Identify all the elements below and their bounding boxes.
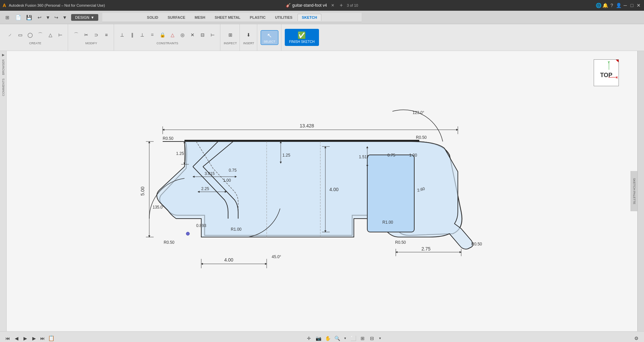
tab-sketch[interactable]: SKETCH <box>298 14 321 21</box>
doc-nav-count: 3 of 10 <box>347 3 358 7</box>
cursor-tool-button[interactable]: ✛ <box>305 335 313 342</box>
bell-icon[interactable]: 🔔 <box>602 3 608 8</box>
save-icon[interactable]: 💾 <box>24 13 34 22</box>
fillet-tool[interactable]: ⌒ <box>71 30 81 40</box>
create-label: CREATE <box>29 42 41 45</box>
browser-label[interactable]: BROWSER <box>1 58 6 76</box>
tab-plastic[interactable]: PLASTIC <box>246 14 270 21</box>
title-bar-center: 🎸 guitar-stand-foot v4 ✕ + 3 of 10 <box>286 2 358 8</box>
help-icon[interactable]: ? <box>609 3 614 8</box>
tab-sheetmetal[interactable]: SHEET METAL <box>210 14 245 21</box>
grid-dropdown[interactable]: ▼ <box>378 335 382 342</box>
svg-text:R0.50: R0.50 <box>416 135 427 140</box>
settings-button[interactable]: ⚙ <box>633 335 640 342</box>
circle-tool[interactable]: ◯ <box>25 30 35 40</box>
tab-surface[interactable]: SURFACE <box>163 14 190 21</box>
tab-solid[interactable]: SOLID <box>143 14 163 21</box>
grid-icon[interactable]: ⊞ <box>3 13 12 22</box>
insert-group: ⬇ INSERT <box>240 24 257 51</box>
tab-utilities[interactable]: UTILITIES <box>271 14 297 21</box>
playback-first-button[interactable]: ⏮ <box>4 335 11 342</box>
svg-text:R0.50: R0.50 <box>395 240 406 245</box>
comments-label[interactable]: COMMENTS <box>1 77 6 98</box>
svg-text:4.00: 4.00 <box>224 257 233 263</box>
top-view-label[interactable]: Y X TOP <box>594 59 619 86</box>
insert-tool[interactable]: ⬇ <box>244 30 253 40</box>
svg-text:0.893: 0.893 <box>196 223 206 228</box>
inspect-group: ⊞ INSPECT <box>221 24 240 51</box>
grid-button[interactable]: ⊟ <box>368 335 376 342</box>
finish-sketch-button[interactable]: ✅ FINISH SKETCH <box>285 29 319 46</box>
offset-tool[interactable]: ⊃ <box>92 30 101 40</box>
tab-mesh[interactable]: MESH <box>190 14 210 21</box>
display-button[interactable]: ⊞ <box>359 335 366 342</box>
bottom-left: ⏮ ◀ ▶ ◀ ⏭ 📋 <box>4 335 55 342</box>
timeline-icon[interactable]: 📋 <box>48 335 55 342</box>
canvas-area[interactable]: 13.428 5.00 4.00 R0.50 R0.50 R0.50 R0.50… <box>7 51 637 331</box>
view-button[interactable]: ⬜ <box>350 335 357 342</box>
svg-point-52 <box>186 232 190 235</box>
undo-icon[interactable]: ↩ <box>35 13 44 22</box>
finish-sketch-label: FINISH SKETCH <box>289 40 315 44</box>
svg-text:3.015: 3.015 <box>205 171 215 176</box>
horizontal-constraint[interactable]: ⊟ <box>198 30 207 40</box>
constraints-group: ⊥ ∥ ⊥ = 🔒 △ ◎ ✕ ⊟ ⊢ CONSTRAINTS <box>115 24 220 51</box>
modify-group: ⌒ ✂ ⊃ ≡ MODIFY <box>69 24 114 51</box>
zoom-button[interactable]: 🔍 <box>333 335 341 342</box>
sidebar-expand-arrow[interactable]: ▶ <box>1 52 5 57</box>
svg-text:135.0°: 135.0° <box>153 205 164 210</box>
doc-close-icon[interactable]: ✕ <box>331 3 334 8</box>
modify-label: MODIFY <box>86 42 97 45</box>
playback-next-button[interactable]: ◀ <box>30 335 38 342</box>
create-group: ⟋ ▭ ◯ ⌒ △ ⊢ CREATE <box>3 24 68 51</box>
user-icon[interactable]: 👤 <box>616 3 621 8</box>
camera-button[interactable]: 📷 <box>315 335 322 342</box>
finish-sketch-check-icon: ✅ <box>298 31 306 39</box>
undo-dropdown-icon[interactable]: ▼ <box>46 13 50 22</box>
angle-constraint[interactable]: △ <box>168 30 177 40</box>
rect-tool[interactable]: ▭ <box>15 30 25 40</box>
playback-last-button[interactable]: ⏭ <box>39 335 46 342</box>
vertical-constraint[interactable]: ⊢ <box>208 30 217 40</box>
playback-play-button[interactable]: ▶ <box>21 335 29 342</box>
coincident-constraint[interactable]: ⊥ <box>117 30 127 40</box>
mirror-tool[interactable]: ≡ <box>102 30 111 40</box>
equal-constraint[interactable]: = <box>148 30 157 40</box>
insert-label: INSERT <box>243 42 254 45</box>
inspect-tool[interactable]: ⊞ <box>226 30 235 40</box>
playback-prev-button[interactable]: ◀ <box>13 335 20 342</box>
trim-tool[interactable]: ✂ <box>82 30 91 40</box>
app-icon: A <box>3 3 6 8</box>
svg-text:1.517: 1.517 <box>359 155 369 159</box>
sketch-palette-toggle[interactable]: SKETCH PALETTE <box>633 178 636 204</box>
pan-button[interactable]: ✋ <box>324 335 331 342</box>
perpendicular-constraint[interactable]: ⊥ <box>138 30 147 40</box>
tangent-constraint[interactable]: ✕ <box>188 30 197 40</box>
zoom-dropdown[interactable]: ▼ <box>343 335 347 342</box>
concentric-constraint[interactable]: ◎ <box>178 30 187 40</box>
maximize-button[interactable]: □ <box>629 3 635 8</box>
globe-icon[interactable]: 🌐 <box>596 3 601 8</box>
svg-text:4.00: 4.00 <box>329 187 338 192</box>
constraints-label: CONSTRAINTS <box>157 42 178 45</box>
triangle-tool[interactable]: △ <box>46 30 55 40</box>
design-button[interactable]: DESIGN ▼ <box>71 14 98 21</box>
svg-text:5.00: 5.00 <box>140 186 145 195</box>
svg-text:123.0°: 123.0° <box>413 110 424 115</box>
minimize-button[interactable]: ─ <box>623 3 628 8</box>
line-tool[interactable]: ⟋ <box>5 30 15 40</box>
new-doc-icon[interactable]: 📄 <box>13 13 23 22</box>
parallel-constraint[interactable]: ∥ <box>127 30 137 40</box>
top-label-text: TOP <box>600 72 612 79</box>
lock-constraint[interactable]: 🔒 <box>158 30 167 40</box>
doc-title: guitar-stand-foot v4 <box>292 3 327 8</box>
doc-add-icon[interactable]: + <box>340 2 343 8</box>
select-label: SELECT <box>264 40 275 43</box>
close-button[interactable]: ✕ <box>636 3 641 8</box>
arc-tool[interactable]: ⌒ <box>36 30 45 40</box>
redo-icon[interactable]: ↪ <box>52 13 61 22</box>
main-area: ▶ BROWSER COMMENTS <box>0 51 644 331</box>
dimension-tool[interactable]: ⊢ <box>56 30 65 40</box>
redo-dropdown-icon[interactable]: ▼ <box>62 13 67 22</box>
select-button[interactable]: ↖ SELECT <box>261 30 278 45</box>
